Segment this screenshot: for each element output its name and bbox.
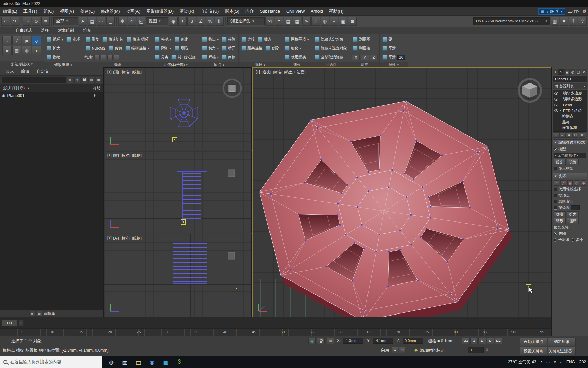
network-icon[interactable]: ≋ <box>553 360 556 364</box>
tab-create[interactable]: ✛ <box>553 69 558 75</box>
grow-button[interactable]: 扩大 <box>567 211 579 217</box>
ribbon-button-重复[interactable]: 重复 <box>85 36 100 42</box>
current-frame-field[interactable]: 0 <box>468 347 484 353</box>
viewport-pov-menu[interactable]: [前] <box>113 153 119 158</box>
ribbon-button-光环[interactable]: 光环 <box>65 36 81 42</box>
percent-snap-icon[interactable]: % <box>206 17 214 26</box>
show-cage-checkbox[interactable] <box>554 167 557 170</box>
modifier-编辑多边形[interactable]: 编辑多边形 <box>553 90 587 96</box>
polygon-mode-icon[interactable]: ◇ <box>32 36 41 45</box>
viewport-shading-menu[interactable]: [线框] <box>132 153 142 158</box>
select-manipulate-icon[interactable]: ✦ <box>178 17 187 26</box>
ribbon-button-切角[interactable]: 切角▾ <box>201 45 220 51</box>
ribbon-panel-label-属性[interactable]: 属性▾ <box>380 62 408 67</box>
ribbon-button-Z[interactable]: Z <box>370 55 378 60</box>
edge-mode-icon[interactable]: ╱ <box>12 36 21 45</box>
ribbon-button-隐藏未选定对象[interactable]: 隐藏未选定对象 <box>314 45 348 51</box>
ribbon-button-扩大[interactable]: 扩大 <box>46 45 61 51</box>
selection-set-label[interactable]: 选择集 <box>44 311 55 316</box>
snap-toggle-icon[interactable]: 3 <box>187 17 196 26</box>
render-icon[interactable]: ◙ <box>348 17 357 26</box>
add-time-tag[interactable]: 添加时间标记 <box>420 348 444 353</box>
browser-icon[interactable]: ◉ <box>146 357 158 367</box>
by-angle-checkbox[interactable] <box>554 206 557 210</box>
ribbon-panel-label-多边形建模[interactable]: 多边形建模▾ <box>0 61 44 67</box>
use-stack-selection-checkbox[interactable] <box>554 188 557 191</box>
align-icon[interactable]: ≡ <box>275 17 283 26</box>
undo-icon[interactable]: ↶ <box>1 17 10 26</box>
constraint-icon-4[interactable] <box>114 55 119 60</box>
timeline-ruler[interactable]: 5101520253035404550556065707580859095 <box>0 328 551 336</box>
menu-渲染(R)[interactable]: 渲染(R) <box>177 7 197 15</box>
menu-Arnold[interactable]: Arnold <box>308 7 326 15</box>
object-name-field[interactable]: Plane001 <box>553 76 587 82</box>
menu-修改器(M)[interactable]: 修改器(M) <box>98 7 123 15</box>
export-icon[interactable]: ⇧ <box>578 17 587 26</box>
app-icon-1[interactable]: ▣ <box>160 357 172 367</box>
import-icon[interactable]: ⇩ <box>569 17 577 26</box>
menu-帮助(H)[interactable]: 帮助(H) <box>326 7 346 15</box>
ribbon-panel-label-修改选择[interactable]: 修改选择▾ <box>44 62 83 67</box>
selection-lock-icon[interactable] <box>317 338 325 344</box>
border-mode-icon[interactable]: ▣ <box>22 36 31 45</box>
ribbon-button-塌陷[interactable]: 塌陷 <box>174 45 189 51</box>
visibility-eye-icon[interactable] <box>554 92 558 95</box>
make-unique-icon[interactable]: ▣ <box>566 132 572 138</box>
viewport-top[interactable]: [+][顶][标准][线框] <box>104 67 252 150</box>
next-frame-step-button[interactable]: › <box>18 320 24 326</box>
x-coordinate-field[interactable]: -1.3mm <box>343 338 363 344</box>
ribbon-panel-label-细分[interactable]: 细分 <box>282 62 312 67</box>
preview-subobject-radio[interactable] <box>554 238 557 242</box>
move-icon[interactable]: ✥ <box>118 17 127 26</box>
ribbon-tab-填充[interactable]: 填充 <box>79 27 95 34</box>
ribbon-button-到视图[interactable]: 到视图 <box>352 36 371 42</box>
explorer-search-input[interactable] <box>2 77 66 83</box>
element-mode-icon[interactable]: ◆ <box>2 46 12 55</box>
vertex-subobject-icon[interactable]: ∴ <box>554 180 559 186</box>
paint-selection-icon[interactable]: ● <box>32 46 41 55</box>
ribbon-button-隐藏选定对象[interactable]: 隐藏选定对象 <box>314 36 344 42</box>
object-mode-icon[interactable]: ▦ <box>12 46 21 55</box>
viewport-shading-menu[interactable]: [线框] <box>132 70 142 75</box>
visibility-eye-icon[interactable] <box>554 98 558 101</box>
tray-expand-icon[interactable]: ∧ <box>540 360 543 364</box>
visibility-eye-icon[interactable] <box>554 104 558 106</box>
filter-funnel-icon[interactable]: ▼ <box>74 77 80 83</box>
modifier-Bend[interactable]: Bend <box>553 102 587 108</box>
volume-icon[interactable]: ◖ <box>560 360 562 364</box>
go-to-end-button[interactable]: ▶▶ <box>495 338 502 344</box>
ribbon-button-封口多边形[interactable]: 封口多边形 <box>170 54 197 60</box>
ribbon-button-使用置换...[interactable]: 使用置换... <box>284 54 310 60</box>
menu-内容[interactable]: 内容 <box>242 7 257 15</box>
viewport-left[interactable]: [+][左][标准][线框] <box>104 234 252 317</box>
soft-selection-icon[interactable]: ◎ <box>22 46 31 55</box>
ribbon-button-循环[interactable]: 循环▾ <box>46 36 64 42</box>
ribbon-panel-label-循环[interactable]: 循环▾ <box>239 62 282 67</box>
taskbar-search[interactable]: 在这里输入你要搜索的内容 <box>0 356 102 368</box>
freeze-cell-icon[interactable]: ✱ <box>88 94 101 97</box>
border-subobject-icon[interactable]: ▣ <box>567 180 573 186</box>
menu-创建(C)[interactable]: 创建(C) <box>77 7 98 15</box>
task-view-icon[interactable]: ▦ <box>119 357 131 367</box>
curve-editor-icon[interactable]: ∿ <box>302 17 311 26</box>
ribbon-button-平滑[interactable]: 平滑 <box>381 45 397 51</box>
layer-view-icon[interactable]: ▦ <box>96 77 102 83</box>
language-indicator[interactable]: ENG <box>566 359 575 364</box>
explorer-menu-自定义[interactable]: 自定义 <box>33 68 52 74</box>
ribbon-button-NURMS[interactable]: NURMS <box>85 46 107 51</box>
open-folder-icon[interactable]: ▥ <box>551 17 559 26</box>
remove-modifier-icon[interactable]: ⊟ <box>572 132 578 138</box>
mirror-icon[interactable]: ⋈ <box>265 17 274 26</box>
ribbon-button-剪切[interactable]: 剪切 <box>108 45 123 51</box>
viewcube[interactable] <box>223 165 240 182</box>
viewport-general-menu[interactable]: [+] <box>256 70 260 75</box>
ribbon-button-插入[interactable]: 插入 <box>257 36 273 42</box>
list-item-Plane001[interactable]: ◉Plane001✱ <box>0 92 103 99</box>
tab-modify[interactable]: ∿ <box>558 69 564 75</box>
clear-search-icon[interactable]: ✕ <box>67 77 73 83</box>
explorer-menu-显示[interactable]: 显示 <box>2 68 17 74</box>
titlebar[interactable]: odesk 3ds Max 2022 <box>0 0 588 7</box>
viewport-pov-menu[interactable]: [顶] <box>113 70 119 75</box>
clock[interactable]: 202 <box>579 359 586 364</box>
ribbon-button-创建[interactable]: 创建 <box>174 36 189 42</box>
